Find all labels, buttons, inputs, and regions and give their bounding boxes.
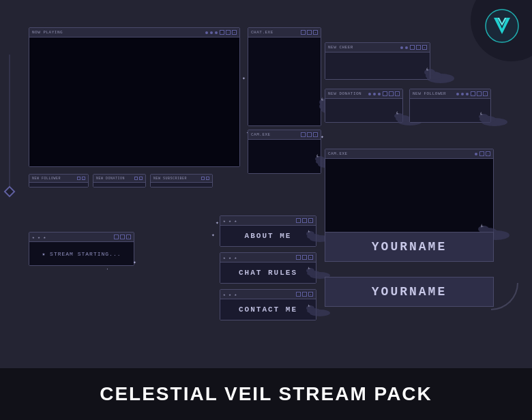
donation-bot-content bbox=[93, 183, 145, 187]
about-text: ABOUT ME bbox=[245, 232, 292, 240]
cam-small-title: CAM.EXE bbox=[251, 132, 299, 137]
name-panel-1: YOURNAME bbox=[325, 232, 494, 262]
svg-point-11 bbox=[394, 113, 404, 119]
cam-small-content bbox=[248, 140, 321, 173]
chat-rules-text: CHAT RULES bbox=[239, 269, 297, 277]
chat-titlebar: CHAT.EXE □ □ ✕ bbox=[248, 28, 321, 38]
cheer-dot bbox=[400, 46, 403, 49]
stream-start-window: ★ ★ ★ □ □ ✕ ★ STREAM STARTING... bbox=[29, 232, 134, 266]
svg-point-23 bbox=[306, 231, 314, 237]
sparkle-stream2: · bbox=[106, 266, 109, 272]
sparkle-1: ✦ bbox=[242, 75, 246, 81]
stream-start-content: ★ STREAM STARTING... bbox=[29, 242, 134, 265]
cheer-window: NEW CHEER — □ ✕ bbox=[325, 42, 430, 80]
dot3 bbox=[215, 31, 218, 34]
contact-text: CONTACT ME bbox=[239, 305, 297, 314]
about-window: ★ ★ ★ □ □ ✕ ABOUT ME bbox=[220, 215, 316, 247]
cam-small-controls: □ □ ✕ bbox=[301, 132, 318, 137]
chat-rules-title: ★ ★ ★ bbox=[223, 255, 294, 260]
main-video-content bbox=[29, 38, 239, 166]
stream-start-title: ★ ★ ★ bbox=[32, 235, 112, 240]
subscriber-bot-titlebar: NEW SUBSCRIBER □ ✕ bbox=[151, 175, 212, 183]
minimize-btn[interactable]: — bbox=[220, 30, 224, 35]
name-panel-2-text: YOURNAME bbox=[372, 285, 447, 299]
donation-top-content bbox=[325, 99, 402, 122]
contact-window: ★ ★ ★ □ □ ✕ CONTACT ME bbox=[220, 289, 316, 320]
svg-point-17 bbox=[315, 156, 325, 162]
cam-large-title: CAM.EXE bbox=[328, 151, 473, 156]
follower-top-titlebar: NEW FOLLOWER — □ ✕ bbox=[410, 89, 490, 99]
cheer-close[interactable]: ✕ bbox=[422, 45, 427, 50]
cheer-controls: — □ ✕ bbox=[410, 45, 427, 50]
chat-min[interactable]: □ bbox=[301, 30, 306, 35]
dot2 bbox=[210, 31, 213, 34]
logo bbox=[484, 8, 520, 44]
donation-bot-controls: □ ✕ bbox=[134, 177, 143, 180]
cheer-dot2 bbox=[405, 46, 408, 49]
subscriber-bot-title: NEW SUBSCRIBER bbox=[153, 177, 199, 181]
subscriber-bot-controls: □ ✕ bbox=[201, 177, 209, 180]
bottom-title: Celestial Veil Stream Pack bbox=[100, 383, 432, 405]
sparkle-about1: ✦ bbox=[216, 220, 219, 226]
follower-bot-controls: □ ✕ bbox=[77, 177, 85, 180]
cam-large-controls: □ ✕ bbox=[479, 151, 490, 156]
dot1 bbox=[205, 31, 208, 34]
chat-controls: □ □ ✕ bbox=[301, 30, 318, 35]
svg-point-8 bbox=[424, 69, 435, 76]
svg-point-14 bbox=[479, 114, 488, 119]
cheer-max[interactable]: □ bbox=[416, 45, 421, 50]
donation-top-window: NEW DONATION — □ ✕ bbox=[325, 89, 403, 123]
main-video-titlebar: NOW PLAYING — □ ✕ bbox=[29, 28, 239, 38]
name-panel-1-text: YOURNAME bbox=[372, 240, 447, 254]
sparkle-about2: ✦ bbox=[211, 232, 215, 238]
cheer-content bbox=[325, 52, 430, 79]
contact-titlebar: ★ ★ ★ □ □ ✕ bbox=[220, 290, 316, 299]
donation-bot-window: NEW DONATION □ ✕ bbox=[93, 174, 146, 188]
donation-top-titlebar: NEW DONATION — □ ✕ bbox=[325, 89, 402, 99]
cam-large-titlebar: CAM.EXE □ ✕ bbox=[325, 149, 493, 159]
chat-window: CHAT.EXE □ □ ✕ bbox=[248, 27, 321, 126]
chat-rules-controls: □ □ ✕ bbox=[296, 255, 313, 260]
cam-large-window: CAM.EXE □ ✕ bbox=[325, 149, 494, 241]
svg-point-29 bbox=[306, 305, 314, 311]
main-video-title: NOW PLAYING bbox=[32, 30, 203, 35]
donation-bot-title: NEW DONATION bbox=[96, 177, 132, 181]
main-video-window: NOW PLAYING — □ ✕ bbox=[29, 27, 240, 167]
about-titlebar: ★ ★ ★ □ □ ✕ bbox=[220, 216, 316, 226]
cam-small-window: CAM.EXE □ □ ✕ bbox=[248, 130, 321, 174]
main-video-controls: — □ ✕ bbox=[220, 30, 237, 35]
follower-top-controls: — □ ✕ bbox=[471, 91, 488, 96]
donation-top-title: NEW DONATION bbox=[328, 91, 366, 96]
about-content: ABOUT ME bbox=[220, 226, 316, 246]
stream-start-text: ★ STREAM STARTING... bbox=[42, 251, 121, 257]
follower-top-title: NEW FOLLOWER bbox=[413, 91, 454, 96]
about-controls: □ □ ✕ bbox=[296, 218, 313, 223]
contact-title: ★ ★ ★ bbox=[223, 292, 294, 297]
vertical-line-decoration bbox=[9, 55, 10, 191]
chat-max[interactable]: □ bbox=[307, 30, 312, 35]
cheer-title: NEW CHEER bbox=[328, 45, 398, 50]
maximize-btn[interactable]: □ bbox=[226, 30, 231, 35]
about-title: ★ ★ ★ bbox=[223, 218, 294, 224]
chat-content bbox=[248, 38, 321, 125]
svg-point-26 bbox=[306, 268, 314, 273]
contact-controls: □ □ ✕ bbox=[296, 292, 313, 297]
follower-bot-title: NEW FOLLOWER bbox=[32, 177, 75, 181]
follower-bot-window: NEW FOLLOWER □ ✕ bbox=[29, 174, 89, 188]
donation-bot-titlebar: NEW DONATION □ ✕ bbox=[93, 175, 145, 183]
cheer-min[interactable]: — bbox=[410, 45, 415, 50]
chat-rules-content: CHAT RULES bbox=[220, 262, 316, 283]
cam-large-content bbox=[325, 159, 493, 240]
diamond-decoration bbox=[4, 186, 16, 198]
subscriber-bot-content bbox=[151, 183, 212, 187]
main-area: NOW PLAYING — □ ✕ ✦ ✦ · CHAT.EXE □ □ ✕ bbox=[0, 0, 532, 368]
moon-cloud-2 bbox=[422, 66, 456, 83]
curve-decoration bbox=[491, 283, 518, 310]
chat-close[interactable]: ✕ bbox=[313, 30, 318, 35]
donation-top-controls: — □ ✕ bbox=[383, 91, 400, 96]
stream-start-titlebar: ★ ★ ★ □ □ ✕ bbox=[29, 232, 134, 242]
chat-rules-window: ★ ★ ★ □ □ ✕ CHAT RULES bbox=[220, 252, 316, 284]
chat-rules-titlebar: ★ ★ ★ □ □ ✕ bbox=[220, 253, 316, 262]
chat-title: CHAT.EXE bbox=[251, 30, 299, 35]
close-btn[interactable]: ✕ bbox=[232, 30, 237, 35]
